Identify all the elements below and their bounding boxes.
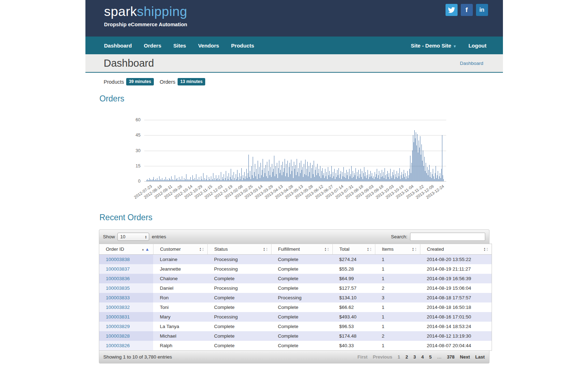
chart-bar [258, 174, 259, 181]
nav-item-products[interactable]: Products [225, 43, 260, 49]
site-selector-dropdown[interactable]: Site - Demo Site▾ [411, 43, 456, 49]
column-header-fulfillment[interactable]: Fulfillment▴▾▴▾ [271, 244, 332, 255]
chart-bar [380, 173, 381, 181]
chart-bar [368, 170, 368, 181]
chart-bar [410, 156, 410, 181]
pagination-first[interactable]: First [358, 354, 368, 360]
page-title: Dashboard [104, 57, 154, 69]
table-cell: Complete [207, 302, 271, 312]
page-length-select[interactable]: 10 ▴▾ [117, 233, 149, 241]
column-header-customer[interactable]: Customer▴▾▴▾ [153, 244, 207, 255]
chart-bar [385, 175, 386, 181]
chart-bar [255, 164, 255, 181]
linkedin-icon[interactable]: in [476, 4, 488, 16]
chart-bar [390, 169, 391, 181]
column-header-total[interactable]: Total▴▾▴▾ [332, 244, 375, 255]
chart-bar [187, 179, 188, 181]
logo-secondary: shipping [137, 4, 187, 19]
nav-item-vendors[interactable]: Vendors [192, 43, 225, 49]
order-id-link[interactable]: 100003833 [106, 295, 130, 300]
order-id-link[interactable]: 100003828 [106, 333, 130, 339]
chart-bar [369, 174, 369, 181]
column-header-inner: Total▴▾▴▾ [340, 246, 371, 252]
chart-bar [400, 179, 401, 181]
entries-label: entries [152, 234, 166, 239]
chart-bar [188, 180, 189, 181]
pagination-page-2[interactable]: 2 [405, 354, 408, 360]
select-stepper-icon: ▴▾ [145, 235, 147, 239]
chart-bar [233, 180, 233, 181]
chart-bar [351, 166, 352, 181]
chart-bar [433, 169, 433, 181]
chart-bar [217, 178, 218, 181]
pagination-page-378[interactable]: 378 [447, 354, 455, 360]
table-row: 100003833RonCompleteProcessing$134.10320… [99, 293, 492, 302]
chart-bar [387, 171, 388, 181]
chart-bar [336, 177, 337, 181]
order-id-cell: 100003833 [99, 293, 153, 302]
chart-bar [261, 175, 262, 181]
chart-bar [405, 173, 405, 181]
chart-bar [305, 160, 306, 181]
column-header-label: Customer [160, 246, 181, 252]
chart-bar [408, 178, 408, 181]
chart-bar [438, 179, 439, 181]
search-input[interactable] [410, 233, 485, 241]
order-id-link[interactable]: 100003829 [106, 324, 130, 329]
chart-bar [182, 176, 182, 181]
chart-bar [295, 165, 296, 181]
twitter-icon[interactable] [446, 4, 458, 16]
order-id-link[interactable]: 100003835 [106, 285, 130, 291]
chart-bar [280, 173, 280, 181]
chart-bar [221, 172, 221, 181]
nav-item-sites[interactable]: Sites [167, 43, 192, 49]
column-header-order-id[interactable]: Order ID▴▲ [99, 244, 153, 255]
chart-bar [235, 180, 235, 181]
chart-bar [282, 162, 283, 181]
pagination-page-3[interactable]: 3 [413, 354, 416, 360]
logout-button[interactable]: Logout [469, 43, 487, 49]
order-id-link[interactable]: 100003831 [106, 314, 130, 320]
order-id-cell: 100003838 [99, 255, 153, 265]
column-header-status[interactable]: Status▴▾▴▾ [207, 244, 271, 255]
breadcrumb[interactable]: Dashboard [460, 61, 483, 66]
order-id-link[interactable]: 100003837 [106, 266, 130, 272]
chart-bar [342, 172, 342, 181]
pagination-page-5[interactable]: 5 [429, 354, 432, 360]
chart-bar [211, 176, 211, 181]
table-cell: Complete [271, 264, 332, 274]
pagination-last[interactable]: Last [475, 354, 485, 360]
pagination-next[interactable]: Next [460, 354, 470, 360]
table-cell: Daniel [153, 283, 207, 293]
chart-bar [197, 179, 198, 181]
table-cell: $134.10 [332, 293, 375, 302]
chart-bar [205, 180, 206, 181]
chart-bar [162, 178, 162, 181]
pagination-page-4[interactable]: 4 [421, 354, 424, 360]
column-header-items[interactable]: Items▴▾▴▾ [375, 244, 420, 255]
chart-bar [402, 172, 402, 181]
table-cell: Complete [207, 293, 271, 302]
chart-bar [170, 179, 170, 181]
order-id-link[interactable]: 100003838 [106, 257, 130, 262]
nav-item-orders[interactable]: Orders [138, 43, 167, 49]
table-cell: 1 [375, 302, 420, 312]
order-id-link[interactable]: 100003832 [106, 305, 130, 310]
column-header-created[interactable]: Created▴▾▴▾ [420, 244, 492, 255]
order-id-link[interactable]: 100003826 [106, 343, 130, 348]
chart-bar [297, 159, 297, 181]
table-cell: 2014-08-07 20:04:44 [420, 341, 492, 351]
table-cell: $40.33 [332, 341, 375, 351]
pagination-page-1[interactable]: 1 [398, 354, 400, 360]
pagination-previous[interactable]: Previous [373, 354, 392, 360]
nav-item-dashboard[interactable]: Dashboard [98, 43, 138, 49]
sort-icons: ▴▾▴▾ [200, 247, 203, 251]
column-header-inner: Order ID▴▲ [106, 246, 150, 252]
table-cell: Processing [207, 264, 271, 274]
order-id-link[interactable]: 100003836 [106, 276, 130, 281]
chart-bar [362, 171, 362, 181]
facebook-icon[interactable]: f [461, 4, 473, 16]
chart-bar [254, 172, 254, 181]
chart-bar [312, 165, 313, 181]
chart-bar [177, 178, 177, 181]
